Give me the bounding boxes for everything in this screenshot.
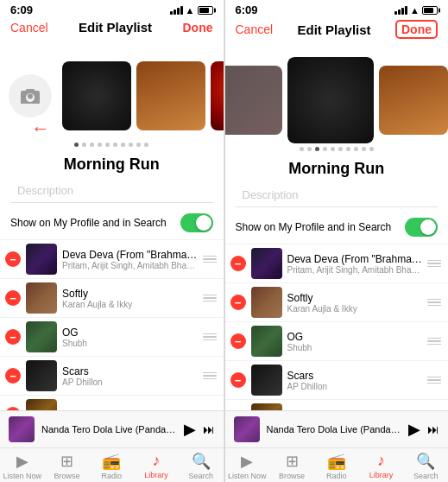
status-bar-left: 6:09 ▲ [0,0,224,18]
status-icons-right: ▲ [394,5,438,16]
drag-handle[interactable] [203,256,217,263]
cancel-button-right[interactable]: Cancel [236,22,274,36]
carousel-art-3[interactable] [136,61,205,130]
song-art [251,365,282,396]
tab-library-left[interactable]: ♪ Library [134,452,179,480]
done-button-right[interactable]: Done [395,20,438,39]
radio-icon: 📻 [327,452,346,471]
song-list-left: − Deva Deva (From "Brahmastra") Pritam, … [0,240,224,410]
remove-song-btn[interactable]: − [230,372,246,388]
browse-icon: ⊞ [60,452,73,471]
mini-player-left: Nanda Tero Dola Live (Pandavaas) ▶ ⏭ [0,410,224,447]
skip-button[interactable]: ⏭ [427,422,439,436]
remove-song-btn[interactable]: − [5,290,21,306]
song-art [251,287,282,318]
play-button[interactable]: ▶ [408,420,420,439]
tab-label: Browse [54,472,80,480]
tab-search-left[interactable]: 🔍 Search [179,452,224,480]
tab-radio-left[interactable]: 📻 Radio [89,452,134,480]
tab-label: Browse [279,472,305,480]
play-button[interactable]: ▶ [184,420,196,439]
nav-bar-left: Cancel Edit Playlist Done [0,18,224,40]
remove-song-btn[interactable]: − [5,251,21,267]
song-title: OG [62,327,198,339]
mini-player-title: Nanda Tero Dola Live (Pandavaas) [41,424,177,434]
song-artist: Shubh [287,343,423,352]
song-row: − Scars AP Dhillon [225,361,449,400]
tab-browse-left[interactable]: ⊞ Browse [45,452,90,480]
toggle-label-left: Show on My Profile and in Search [10,217,167,229]
song-row: − Scars AP Dhillon [0,357,224,396]
song-row: − Softly Karan Aujla & Ikky [225,283,449,322]
remove-song-btn[interactable]: − [5,329,21,345]
remove-song-btn[interactable]: − [230,295,246,310]
cancel-button-left[interactable]: Cancel [10,21,48,35]
tab-label: Radio [326,472,347,480]
carousel-dots-left [0,137,224,152]
tab-browse-right[interactable]: ⊞ Browse [269,452,314,480]
carousel-art-prev[interactable] [225,66,282,135]
tab-label: Search [188,472,213,480]
carousel-art-next1[interactable] [379,66,448,135]
remove-song-btn[interactable]: − [230,256,246,271]
drag-handle[interactable] [203,333,217,341]
song-info: OG Shubh [62,327,198,348]
song-artist: AP Dhillon [287,382,423,391]
carousel-dots-right [225,142,449,156]
drag-handle[interactable] [427,299,441,307]
artwork-carousel-right [225,44,449,156]
song-artist: Pritam, Arijit Singh, Amitabh Bhattachar… [62,261,198,270]
song-row: − Lifestyle [225,400,449,410]
skip-button[interactable]: ⏭ [203,422,215,436]
toggle-switch-left[interactable] [180,213,213,232]
drag-handle[interactable] [203,295,217,302]
song-info: Softly Karan Aujla & Ikky [287,292,423,314]
carousel-art-2[interactable] [62,61,131,130]
tab-label: Listen Now [228,472,267,480]
carousel-art-main[interactable] [287,57,374,143]
nav-title-left: Edit Playlist [79,20,152,35]
right-panel: 6:09 ▲ Cancel Edit Playlist Done [224,0,449,482]
toggle-row-right: Show on My Profile and in Search [225,211,449,244]
radio-icon: 📻 [102,452,121,471]
drag-handle[interactable] [427,377,441,384]
song-art [251,403,282,410]
remove-song-btn[interactable]: − [5,368,21,384]
battery-icon [422,6,438,15]
description-field-right[interactable]: Description [236,183,439,207]
done-button-left[interactable]: Done [183,21,213,35]
tab-listen-now-right[interactable]: ▶ Listen Now [225,452,270,480]
song-list-right: − Deva Deva (From "Brahmastra") Pritam, … [225,244,449,410]
drag-handle[interactable] [203,372,217,380]
camera-icon [21,88,40,104]
mini-player-controls: ▶ ⏭ [408,420,439,439]
mini-player-info: Nanda Tero Dola Live (Pandavaas) [267,424,402,434]
song-title: Softly [62,288,198,300]
tab-listen-now-left[interactable]: ▶ Listen Now [0,452,45,480]
description-field-left[interactable]: Description [10,179,213,203]
song-art [26,282,57,314]
song-art [26,244,57,275]
tab-library-right[interactable]: ♪ Library [359,452,404,480]
tab-label: Radio [102,472,123,480]
wifi-icon: ▲ [410,5,420,16]
song-art [26,321,57,352]
song-artist: Pritam, Arijit Singh, Amitabh Bhattachar… [287,265,423,275]
song-art [26,399,57,410]
tab-search-right[interactable]: 🔍 Search [403,452,448,480]
status-time-left: 6:09 [10,3,33,16]
remove-song-btn[interactable]: − [230,333,246,349]
carousel-art-4[interactable] [211,61,224,130]
status-bar-right: 6:09 ▲ [225,0,449,18]
camera-button[interactable] [9,74,52,117]
drag-handle[interactable] [427,260,441,268]
song-row: − Lifestyle [0,396,224,410]
mini-player-right: Nanda Tero Dola Live (Pandavaas) ▶ ⏭ [225,410,449,447]
drag-handle[interactable] [427,338,441,346]
toggle-switch-right[interactable] [405,218,438,237]
playlist-title-left: Morning Run [0,152,224,175]
song-art [251,248,282,279]
tab-radio-right[interactable]: 📻 Radio [314,452,359,480]
library-icon: ♪ [377,452,385,470]
artwork-carousel-left: ← [0,40,224,152]
